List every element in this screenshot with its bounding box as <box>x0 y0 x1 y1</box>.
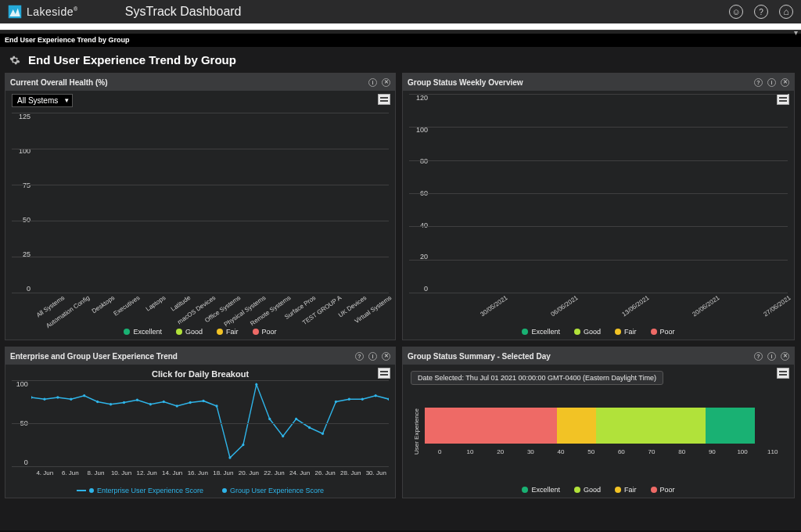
chart-subtitle: Click for Daily Breakout <box>10 369 390 379</box>
svg-point-3 <box>56 396 59 399</box>
svg-point-16 <box>228 456 231 459</box>
help-icon[interactable] <box>355 352 364 361</box>
svg-point-19 <box>268 418 271 421</box>
panel-title: Enterprise and Group User Experience Tre… <box>10 352 178 361</box>
chart-menu-icon[interactable] <box>378 94 390 105</box>
brand-logo: Lakeside® <box>8 5 78 19</box>
info-icon[interactable] <box>368 78 377 87</box>
help-icon[interactable] <box>754 5 768 19</box>
svg-point-10 <box>149 403 152 406</box>
svg-point-8 <box>123 401 125 404</box>
help-icon[interactable] <box>754 352 763 361</box>
help-icon[interactable] <box>754 78 763 87</box>
panel-weekly-overview: Group Status Weekly Overview 1201 <box>402 73 795 340</box>
svg-point-24 <box>335 401 337 404</box>
svg-point-21 <box>295 418 297 421</box>
svg-point-13 <box>189 401 191 404</box>
svg-point-20 <box>282 435 284 438</box>
collapse-ribbon[interactable] <box>0 30 801 34</box>
system-dropdown[interactable]: All Systems <box>12 94 73 107</box>
svg-point-14 <box>202 400 204 403</box>
breadcrumb: End User Experience Trend by Group <box>0 34 801 47</box>
app-title: SysTrack Dashboard <box>125 5 242 19</box>
summary-hbar[interactable] <box>425 408 788 444</box>
svg-point-22 <box>308 426 311 430</box>
panel-status-summary: Group Status Summary - Selected Day Date… <box>402 347 795 498</box>
trend-line-chart[interactable] <box>31 380 389 466</box>
svg-point-9 <box>136 399 138 402</box>
close-icon[interactable] <box>781 352 789 361</box>
svg-point-7 <box>110 403 112 406</box>
panel-title: Group Status Summary - Selected Day <box>408 352 551 361</box>
page-title: End User Experience Trend by Group <box>28 53 236 66</box>
svg-point-27 <box>374 394 376 397</box>
svg-point-25 <box>348 397 350 401</box>
info-icon[interactable] <box>368 352 377 361</box>
svg-point-15 <box>215 404 217 408</box>
info-icon[interactable] <box>767 352 776 361</box>
svg-point-28 <box>387 397 389 401</box>
home-icon[interactable] <box>779 5 793 19</box>
close-icon[interactable] <box>382 352 390 361</box>
svg-point-18 <box>255 383 257 386</box>
svg-point-12 <box>176 404 178 408</box>
svg-point-4 <box>70 397 72 401</box>
panel-title: Current Overall Health (%) <box>10 78 107 87</box>
svg-point-26 <box>361 397 364 401</box>
svg-point-5 <box>83 394 85 397</box>
panel-experience-trend: Enterprise and Group User Experience Tre… <box>5 347 396 498</box>
brand-name: Lakeside® <box>27 5 78 18</box>
close-icon[interactable] <box>382 78 390 87</box>
feedback-icon[interactable] <box>729 5 743 19</box>
close-icon[interactable] <box>781 78 789 87</box>
svg-point-1 <box>31 396 33 399</box>
svg-point-17 <box>242 444 244 447</box>
panel-title: Group Status Weekly Overview <box>408 78 523 87</box>
svg-point-11 <box>163 401 165 404</box>
chart-menu-icon[interactable] <box>777 368 789 379</box>
chart-menu-icon[interactable] <box>378 368 390 379</box>
app-header: Lakeside® SysTrack Dashboard <box>0 0 801 23</box>
svg-point-6 <box>96 401 99 404</box>
divider-whitebar <box>0 23 801 30</box>
panel-current-overall-health: Current Overall Health (%) All Systems <box>5 73 396 340</box>
gear-icon[interactable] <box>9 55 20 66</box>
lakeside-icon <box>8 5 22 19</box>
info-icon[interactable] <box>767 78 776 87</box>
svg-point-23 <box>321 432 324 435</box>
svg-point-2 <box>43 397 45 401</box>
date-selected-pill[interactable]: Date Selected: Thu Jul 01 2021 00:00:00 … <box>411 371 663 385</box>
